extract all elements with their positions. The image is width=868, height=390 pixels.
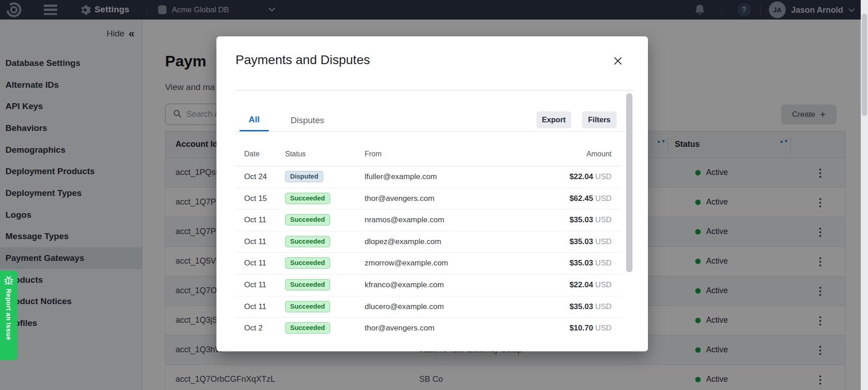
status-badge: Succeeded — [285, 214, 330, 225]
close-icon[interactable] — [611, 54, 625, 68]
from-email-cell: dlucero@example.com — [365, 302, 444, 311]
page-scrollbar[interactable] — [861, 0, 868, 390]
from-email-cell: thor@avengers.com — [365, 194, 434, 203]
status-badge: Succeeded — [285, 301, 330, 312]
status-column-header: Status — [285, 150, 306, 158]
payment-table-row[interactable]: Oct 11 Succeeded kfranco@example.com $22… — [236, 275, 621, 296]
filters-button[interactable]: Filters — [582, 111, 617, 128]
amount-cell: $35.03 USD — [521, 215, 612, 225]
status-badge: Succeeded — [285, 193, 330, 204]
report-an-issue-tab[interactable]: Report an Issue — [0, 270, 17, 360]
date-cell: Oct 2 — [244, 324, 263, 333]
payment-table-row[interactable]: Oct 11 Succeeded dlopez@example.com $35.… — [236, 231, 621, 253]
bug-icon — [4, 275, 14, 285]
date-cell: Oct 11 — [244, 237, 266, 246]
tab-all[interactable]: All — [240, 109, 269, 131]
amount-cell: $10.70 USD — [521, 324, 612, 333]
date-cell: Oct 11 — [244, 259, 266, 268]
from-email-cell: lfuller@example.com — [365, 172, 437, 181]
payments-disputes-modal: Payments and Disputes AllDisputes Export… — [216, 36, 648, 351]
report-tab-label: Report an Issue — [5, 289, 12, 340]
amount-cell: $35.03 USD — [521, 302, 612, 311]
date-cell: Oct 11 — [244, 302, 266, 311]
payment-table-row[interactable]: Oct 11 Succeeded dlucero@example.com $35… — [236, 296, 621, 318]
payment-table-row[interactable]: Oct 11 Succeeded nramos@example.com $35.… — [236, 210, 621, 231]
payment-table-row[interactable]: Oct 2 Succeeded thor@avengers.com $10.70… — [236, 318, 621, 340]
from-email-cell: kfranco@example.com — [365, 280, 444, 290]
amount-cell: $35.03 USD — [521, 237, 612, 246]
amount-cell: $22.04 USD — [521, 280, 612, 290]
app-root: Settings Acme Global DB ? JA Jason Arnol… — [0, 0, 868, 390]
page-scrollbar-thumb[interactable] — [862, 14, 867, 116]
status-badge: Succeeded — [285, 279, 330, 290]
date-cell: Oct 24 — [244, 172, 267, 181]
amount-column-header: Amount — [521, 150, 612, 158]
amount-cell: $62.45 USD — [521, 194, 612, 203]
status-badge: Succeeded — [285, 236, 330, 247]
date-cell: Oct 11 — [244, 215, 266, 225]
amount-cell: $22.04 USD — [521, 172, 612, 181]
status-badge: Disputed — [285, 171, 323, 182]
payment-table-row[interactable]: Oct 24 Disputed lfuller@example.com $22.… — [236, 166, 621, 188]
payments-table-body: Oct 24 Disputed lfuller@example.com $22.… — [236, 166, 621, 340]
export-button[interactable]: Export — [537, 111, 571, 128]
from-email-cell: thor@avengers.com — [365, 324, 434, 333]
from-email-cell: nramos@example.com — [365, 215, 444, 225]
from-column-header: From — [365, 150, 381, 158]
payment-table-row[interactable]: Oct 11 Succeeded zmorrow@example.com $35… — [236, 253, 621, 275]
amount-cell: $35.03 USD — [521, 259, 612, 268]
from-email-cell: zmorrow@example.com — [365, 259, 448, 268]
tabs-divider — [236, 131, 633, 132]
status-badge: Succeeded — [285, 257, 330, 269]
tab-disputes[interactable]: Disputes — [285, 109, 330, 131]
date-column-header: Date — [244, 150, 260, 158]
modal-divider — [236, 90, 633, 91]
modal-scrollbar-thumb[interactable] — [626, 93, 632, 272]
status-badge: Succeeded — [285, 322, 330, 334]
from-email-cell: dlopez@example.com — [365, 237, 441, 246]
date-cell: Oct 11 — [244, 280, 266, 290]
payment-table-row[interactable]: Oct 15 Succeeded thor@avengers.com $62.4… — [236, 188, 621, 210]
modal-title: Payments and Disputes — [236, 53, 370, 67]
date-cell: Oct 15 — [244, 194, 267, 203]
